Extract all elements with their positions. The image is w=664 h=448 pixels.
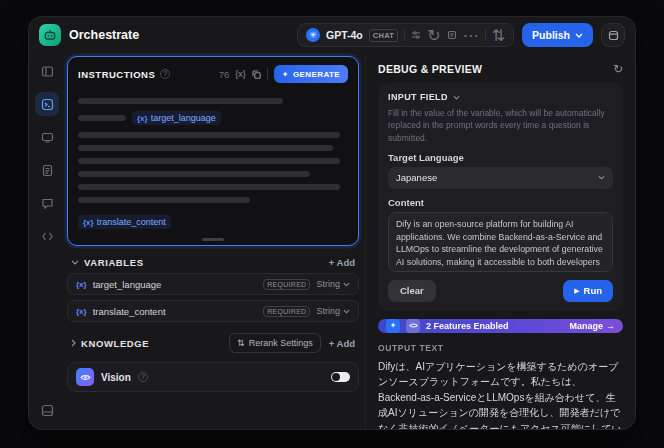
instructions-panel: INSTRUCTIONS ? 76 {x} ✦ GENERATE <box>67 56 359 246</box>
help-icon: ? <box>160 69 170 79</box>
toggle-knob <box>332 373 340 381</box>
required-badge: REQUIRED <box>263 279 310 290</box>
content-input[interactable]: Dify is an open-source platform for buil… <box>388 212 613 272</box>
chevron-down-icon <box>575 33 583 38</box>
knowledge-title: KNOWLEDGE <box>81 338 149 349</box>
left-icon-rail <box>29 53 65 430</box>
variable-icon[interactable]: {x} <box>235 69 246 79</box>
output-title: OUTPUT TEXT <box>378 343 623 353</box>
divider <box>485 29 486 41</box>
divider <box>404 29 405 41</box>
chevron-down-icon[interactable] <box>71 260 79 265</box>
publish-button[interactable]: Publish <box>522 23 593 47</box>
prompt-log-icon[interactable] <box>447 30 457 40</box>
more-icon[interactable]: ⋯ <box>463 26 479 45</box>
app-toolbox-button[interactable] <box>601 23 625 47</box>
app-window: Orchestrate ✳ GPT-4o CHAT ↻ ⋯ ⇅ Publish <box>28 16 636 430</box>
input-field-header[interactable]: INPUT FIELD <box>388 92 613 102</box>
variables-header: VARIABLES + Add <box>71 257 355 268</box>
content-label: Content <box>388 197 613 208</box>
divider <box>267 68 268 80</box>
layout-toggle-icon[interactable] <box>35 398 59 422</box>
skeleton-line <box>78 145 333 151</box>
feature-icon-1: ✦ <box>386 319 400 333</box>
debug-column: DEBUG & PREVIEW ↻ INPUT FIELD Fill in th… <box>365 53 635 430</box>
sidebar-item-preview[interactable] <box>35 125 59 149</box>
vision-card: Vision ? <box>67 362 359 392</box>
knowledge-header: KNOWLEDGE ⇅ Rerank Settings + Add <box>71 333 355 353</box>
skeleton-line <box>78 98 283 104</box>
vision-toggle[interactable] <box>331 372 350 382</box>
vision-label: Vision <box>101 372 131 383</box>
prompt-editor[interactable]: {x}target_language {x}translate_content <box>68 87 358 238</box>
debug-header: DEBUG & PREVIEW ↻ <box>378 63 623 75</box>
skeleton-line <box>78 158 340 164</box>
chevron-down-icon <box>453 95 460 100</box>
debug-title: DEBUG & PREVIEW <box>378 63 482 75</box>
model-selector[interactable]: ✳ GPT-4o CHAT ↻ ⋯ ⇅ <box>297 23 514 47</box>
chevron-down-icon <box>598 175 605 180</box>
output-text: Difyは、AIアプリケーションを構築するためのオープンソースプラットフォームで… <box>378 359 623 430</box>
panel-resize-handle[interactable] <box>202 238 224 241</box>
add-variable-button[interactable]: + Add <box>329 257 355 268</box>
history-icon[interactable]: ↻ <box>427 26 440 45</box>
add-knowledge-button[interactable]: + Add <box>329 338 355 349</box>
chevron-right-icon[interactable] <box>71 339 76 347</box>
target-language-select[interactable]: Japanese <box>388 167 613 189</box>
variable-row[interactable]: {x} translate_content REQUIRED String <box>67 300 359 322</box>
model-mode-badge: CHAT <box>369 29 398 42</box>
play-icon: ▶ <box>574 287 579 295</box>
variable-type-select[interactable]: String <box>316 279 350 289</box>
app-logo[interactable] <box>39 24 61 46</box>
sidebar-item-orchestrate[interactable] <box>35 92 59 116</box>
instructions-header: INSTRUCTIONS ? 76 {x} ✦ GENERATE <box>68 57 358 87</box>
input-field-description: Fill in the value of the variable, which… <box>388 107 613 144</box>
feature-icon-2 <box>406 319 420 333</box>
page-title: Orchestrate <box>69 28 139 42</box>
sidebar-item-annotations[interactable] <box>35 191 59 215</box>
window-icon <box>608 30 619 41</box>
collapse-sidebar-icon[interactable] <box>35 59 59 83</box>
clear-button[interactable]: Clear <box>388 280 436 302</box>
rerank-icon: ⇅ <box>237 338 245 348</box>
run-button[interactable]: ▶ Run <box>563 280 613 302</box>
swap-model-icon[interactable]: ⇅ <box>492 26 505 45</box>
model-name: GPT-4o <box>326 29 363 41</box>
instructions-title: INSTRUCTIONS <box>78 69 155 80</box>
model-provider-icon: ✳ <box>306 28 320 42</box>
copy-icon[interactable] <box>252 70 261 79</box>
features-bar[interactable]: ✦ 2 Features Enabled Manage → <box>378 319 623 333</box>
variable-icon: {x} <box>76 280 87 289</box>
features-label: 2 Features Enabled <box>426 321 509 331</box>
variable-row[interactable]: {x} target_language REQUIRED String <box>67 273 359 295</box>
sliders-icon[interactable] <box>411 30 421 40</box>
skeleton-line <box>78 184 340 190</box>
variable-token[interactable]: {x}translate_content <box>78 215 171 229</box>
arrow-right-icon: → <box>606 321 615 331</box>
help-icon: ? <box>138 372 148 382</box>
sidebar-item-logs[interactable] <box>35 158 59 182</box>
generate-button[interactable]: ✦ GENERATE <box>274 65 348 83</box>
skeleton-line <box>78 132 340 138</box>
robot-icon <box>43 28 57 42</box>
char-count: 76 <box>219 69 230 80</box>
output-section: OUTPUT TEXT Difyは、AIアプリケーションを構築するためのオープン… <box>378 343 623 430</box>
variable-token[interactable]: {x}target_language <box>132 111 221 125</box>
rerank-settings-button[interactable]: ⇅ Rerank Settings <box>229 333 321 353</box>
manage-features-button[interactable]: Manage → <box>569 321 615 331</box>
chevron-down-icon <box>343 282 350 287</box>
variable-icon: {x} <box>83 218 94 227</box>
skeleton-line <box>78 115 126 121</box>
content-area: INSTRUCTIONS ? 76 {x} ✦ GENERATE <box>29 53 635 430</box>
skeleton-line <box>78 171 310 177</box>
skeleton-line <box>78 197 250 203</box>
refresh-icon[interactable]: ↻ <box>613 63 623 75</box>
variable-icon: {x} <box>76 307 87 316</box>
orchestrate-column: INSTRUCTIONS ? 76 {x} ✦ GENERATE <box>65 53 365 430</box>
variable-icon: {x} <box>137 114 148 123</box>
app-header: Orchestrate ✳ GPT-4o CHAT ↻ ⋯ ⇅ Publish <box>29 17 635 53</box>
variable-type-select[interactable]: String <box>316 306 350 316</box>
sparkle-icon: ✦ <box>282 70 289 79</box>
sidebar-item-api[interactable] <box>35 224 59 248</box>
target-language-label: Target Language <box>388 152 613 163</box>
